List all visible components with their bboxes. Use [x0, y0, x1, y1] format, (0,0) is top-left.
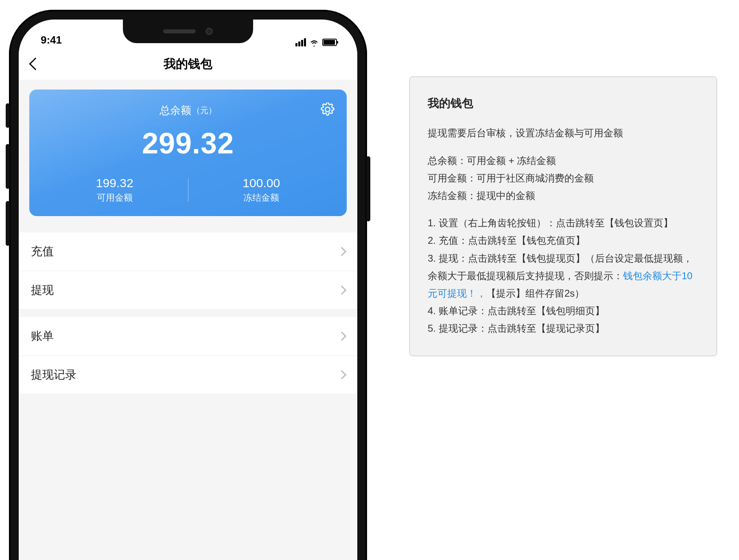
balance-unit: （元） [192, 105, 216, 116]
menu-bill[interactable]: 账单 [19, 317, 357, 355]
spacer [19, 309, 357, 317]
menu-label: 提现记录 [31, 367, 77, 383]
annotation-text: 总余额：可用金额 + 冻结金额 [428, 152, 699, 169]
page-title: 我的钱包 [164, 56, 212, 72]
phone-frame: 9:41 我的钱包 总余额 （元） [9, 10, 367, 560]
phone-screen: 9:41 我的钱包 总余额 （元） [19, 20, 357, 560]
chevron-right-icon [337, 285, 347, 295]
signal-icon [295, 38, 306, 46]
back-icon[interactable] [29, 57, 42, 70]
phone-notch [123, 20, 253, 43]
menu-group-1: 充值 提现 [19, 232, 357, 309]
menu-label: 充值 [31, 244, 54, 259]
side-button [6, 144, 10, 189]
annotation-title: 我的钱包 [428, 93, 699, 114]
status-right [295, 38, 337, 46]
annotation-text: 3. 提现：点击跳转至【钱包提现页】（后台设定最低提现额，余额大于最低提现额后支… [428, 249, 699, 302]
battery-icon [322, 39, 337, 46]
speaker [163, 29, 196, 33]
balance-total: 299.32 [42, 127, 335, 160]
frozen-value: 100.00 [188, 176, 335, 190]
side-button [6, 201, 10, 246]
balance-label-row: 总余额 （元） [42, 103, 335, 118]
side-button [366, 156, 370, 221]
annotation-span: 【提示】组件存留2s） [486, 288, 584, 299]
annotation-text: 提现需要后台审核，设置冻结金额与可用金额 [428, 124, 699, 142]
balance-split: 199.32 可用金额 100.00 冻结金额 [42, 176, 335, 204]
balance-available: 199.32 可用金额 [42, 176, 188, 204]
menu-group-2: 账单 提现记录 [19, 317, 357, 394]
wifi-icon [309, 38, 319, 46]
gear-icon[interactable] [321, 103, 335, 116]
menu-withdraw-record[interactable]: 提现记录 [19, 355, 357, 394]
nav-bar: 我的钱包 [19, 48, 357, 80]
annotation-text: 可用金额：可用于社区商城消费的金额 [428, 169, 699, 187]
camera-icon [206, 28, 213, 35]
available-value: 199.32 [42, 176, 188, 190]
spacer [19, 80, 357, 90]
menu-withdraw[interactable]: 提现 [19, 271, 357, 309]
annotation-text: 冻结金额：提现中的金额 [428, 187, 699, 204]
annotation-panel: 我的钱包 提现需要后台审核，设置冻结金额与可用金额 总余额：可用金额 + 冻结金… [409, 77, 717, 356]
annotation-text: 1. 设置（右上角齿轮按钮）：点击跳转至【钱包设置页】 [428, 214, 699, 232]
menu-label: 提现 [31, 282, 54, 298]
balance-card: 总余额 （元） 299.32 199.32 可用金额 100.00 冻结金额 [29, 90, 347, 216]
status-time: 9:41 [41, 34, 62, 46]
chevron-right-icon [337, 370, 347, 379]
menu-recharge[interactable]: 充值 [19, 232, 357, 271]
spacer [19, 216, 357, 232]
annotation-text: 2. 充值：点击跳转至【钱包充值页】 [428, 232, 699, 249]
frozen-label: 冻结金额 [188, 192, 335, 204]
chevron-right-icon [337, 247, 347, 256]
annotation-text: 5. 提现记录：点击跳转至【提现记录页】 [428, 319, 699, 337]
balance-frozen: 100.00 冻结金额 [188, 176, 335, 204]
available-label: 可用金额 [42, 192, 188, 204]
side-button [6, 103, 10, 128]
menu-label: 账单 [31, 328, 54, 344]
chevron-right-icon [337, 332, 347, 341]
annotation-text: 4. 账单记录：点击跳转至【钱包明细页】 [428, 302, 699, 319]
balance-label: 总余额 [160, 103, 191, 118]
